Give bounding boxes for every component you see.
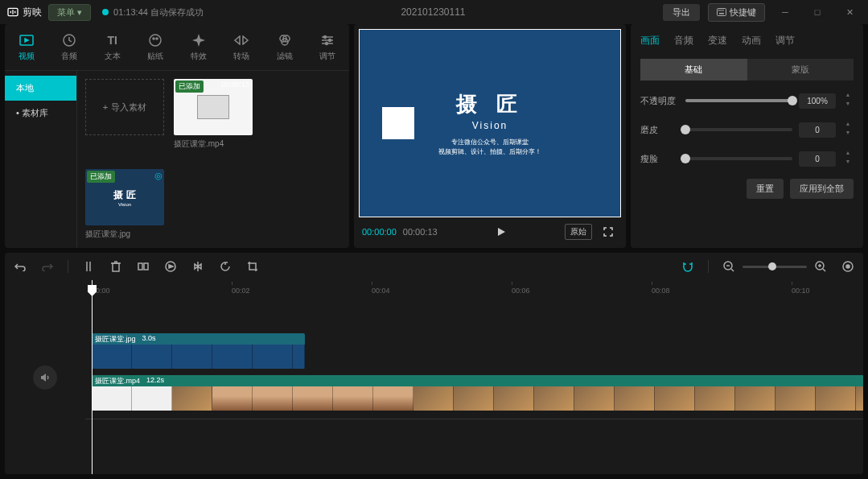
effects-icon — [191, 33, 206, 47]
svg-rect-2 — [718, 10, 720, 11]
tab-video[interactable]: 视频 — [5, 24, 48, 70]
clip-name: 摄匠课堂.mp4 — [95, 376, 140, 386]
tab-adjust[interactable]: 调节 — [306, 24, 350, 70]
video-icon — [19, 33, 34, 47]
zoom-in-button[interactable] — [813, 259, 828, 274]
tab-audio-prop[interactable]: 音频 — [674, 31, 693, 51]
slim-slider[interactable] — [685, 157, 792, 160]
timeline-tracks-area[interactable]: 00:00 00:02 00:04 00:06 00:08 00:10 摄匠课堂… — [85, 280, 863, 474]
clip-name: 摄匠课堂.jpg — [95, 334, 136, 344]
resize-handle-icon[interactable] — [359, 29, 367, 37]
menu-button[interactable]: 菜单 ▾ — [48, 4, 91, 21]
resize-handle-icon[interactable] — [613, 209, 621, 217]
split-button[interactable] — [81, 259, 96, 274]
magnet-button[interactable] — [681, 259, 695, 274]
ruler-tick: 00:06 — [512, 287, 530, 295]
audio-icon — [62, 33, 76, 47]
project-title: 202101230111 — [204, 6, 663, 18]
redo-button[interactable] — [40, 259, 55, 274]
tab-speed[interactable]: 变速 — [708, 31, 727, 51]
opacity-stepper[interactable]: ▲▼ — [842, 92, 854, 109]
tab-text[interactable]: TI文本 — [91, 24, 134, 70]
freeze-button[interactable] — [136, 259, 150, 274]
zoom-out-button[interactable] — [722, 259, 736, 274]
svg-point-24 — [846, 265, 849, 268]
zoom-fit-button[interactable] — [841, 259, 855, 274]
svg-point-14 — [324, 35, 327, 38]
zoom-slider[interactable] — [743, 266, 807, 268]
save-status: 01:13:44 自动保存成功 — [113, 6, 204, 19]
playhead[interactable] — [92, 280, 93, 474]
reset-button[interactable]: 重置 — [747, 179, 784, 199]
sidebar-item-local[interactable]: 本地 — [5, 76, 76, 101]
clip-duration: 3.0s — [142, 334, 156, 344]
import-media-button[interactable]: +导入素材 — [85, 79, 164, 135]
resize-handle-icon[interactable] — [613, 29, 621, 37]
delete-button[interactable] — [109, 259, 123, 274]
properties-panel: 画面 音频 变速 动画 调节 基础 蒙版 不透明度 100% ▲▼ 磨皮 0 ▲… — [631, 24, 863, 248]
tab-adjust-prop[interactable]: 调节 — [775, 31, 795, 51]
subtab-basic[interactable]: 基础 — [640, 59, 747, 81]
svg-point-10 — [156, 38, 158, 39]
play-button[interactable] — [492, 222, 511, 242]
resize-handle-icon[interactable] — [359, 209, 367, 217]
slim-stepper[interactable]: ▲▼ — [842, 150, 854, 167]
smooth-slider[interactable] — [685, 128, 792, 131]
tab-audio[interactable]: 音频 — [48, 24, 92, 70]
tab-sticker[interactable]: 贴纸 — [134, 24, 178, 70]
aspect-ratio-button[interactable]: 原始 — [565, 224, 592, 240]
timeline-clip[interactable]: 摄匠课堂.mp412.2s — [92, 375, 863, 411]
tab-transition[interactable]: 转场 — [220, 24, 264, 70]
svg-rect-19 — [144, 263, 148, 270]
shortcut-button[interactable]: 快捷键 — [708, 3, 765, 22]
media-item[interactable]: 已添加 00:00:13 摄匠课堂.mp4 — [174, 79, 253, 150]
close-button[interactable]: ✕ — [837, 4, 862, 20]
tab-animation[interactable]: 动画 — [742, 31, 761, 51]
export-button[interactable]: 导出 — [663, 4, 700, 21]
apply-all-button[interactable]: 应用到全部 — [790, 179, 854, 199]
mirror-button[interactable] — [191, 259, 205, 274]
ruler-tick: 00:08 — [652, 287, 670, 295]
opacity-value[interactable]: 100% — [799, 93, 836, 109]
fullscreen-button[interactable] — [599, 222, 618, 242]
sticker-icon — [148, 33, 162, 47]
media-content: +导入素材 已添加 00:00:13 摄匠课堂.mp4 已添加 ◎ 摄 匠Vis… — [77, 71, 349, 248]
subtab-mask[interactable]: 蒙版 — [747, 59, 854, 81]
properties-tabs: 画面 音频 变速 动画 调节 — [640, 31, 854, 51]
slim-label: 瘦脸 — [640, 153, 679, 165]
svg-rect-4 — [722, 10, 724, 11]
title-bar: 剪映 菜单 ▾ 01:13:44 自动保存成功 202101230111 导出 … — [0, 0, 868, 24]
media-filename: 摄匠课堂.jpg — [85, 229, 164, 240]
sidebar-item-library[interactable]: 素材库 — [5, 101, 76, 126]
plus-icon: + — [103, 102, 108, 112]
mute-track-button[interactable] — [33, 365, 57, 390]
timeline-ruler[interactable]: 00:00 00:02 00:04 00:06 00:08 00:10 — [85, 280, 863, 298]
smooth-value[interactable]: 0 — [799, 122, 836, 138]
crop-button[interactable] — [245, 259, 260, 274]
tab-picture[interactable]: 画面 — [640, 31, 660, 51]
adjust-icon — [320, 33, 335, 47]
media-filename: 摄匠课堂.mp4 — [174, 138, 253, 150]
opacity-label: 不透明度 — [640, 95, 679, 107]
slim-value[interactable]: 0 — [799, 151, 836, 167]
properties-subtabs: 基础 蒙版 — [640, 59, 854, 81]
minimize-button[interactable]: ─ — [773, 4, 797, 20]
text-icon: TI — [105, 33, 120, 47]
svg-rect-1 — [718, 9, 726, 16]
opacity-slider[interactable] — [685, 99, 792, 102]
rotate-button[interactable] — [218, 259, 232, 274]
tab-filter[interactable]: 滤镜 — [263, 24, 306, 70]
maximize-button[interactable]: □ — [805, 4, 829, 20]
media-item[interactable]: 已添加 ◎ 摄 匠Vision 摄匠课堂.jpg — [85, 169, 164, 240]
undo-button[interactable] — [13, 259, 27, 274]
record-button[interactable] — [163, 259, 178, 274]
svg-rect-5 — [719, 13, 724, 14]
preview-canvas[interactable]: 摄 匠 Vision 专注微信公众号、后期课堂视频剪辑、设计、拍摄、后期分享！ — [359, 29, 621, 217]
smooth-stepper[interactable]: ▲▼ — [842, 121, 854, 138]
ruler-tick: 00:10 — [792, 287, 810, 295]
qr-code-icon — [382, 107, 414, 139]
smooth-label: 磨皮 — [640, 124, 679, 136]
timeline-clip[interactable]: 摄匠课堂.jpg3.0s — [92, 333, 305, 369]
tab-effects[interactable]: 特效 — [177, 24, 220, 70]
svg-point-8 — [150, 35, 161, 46]
